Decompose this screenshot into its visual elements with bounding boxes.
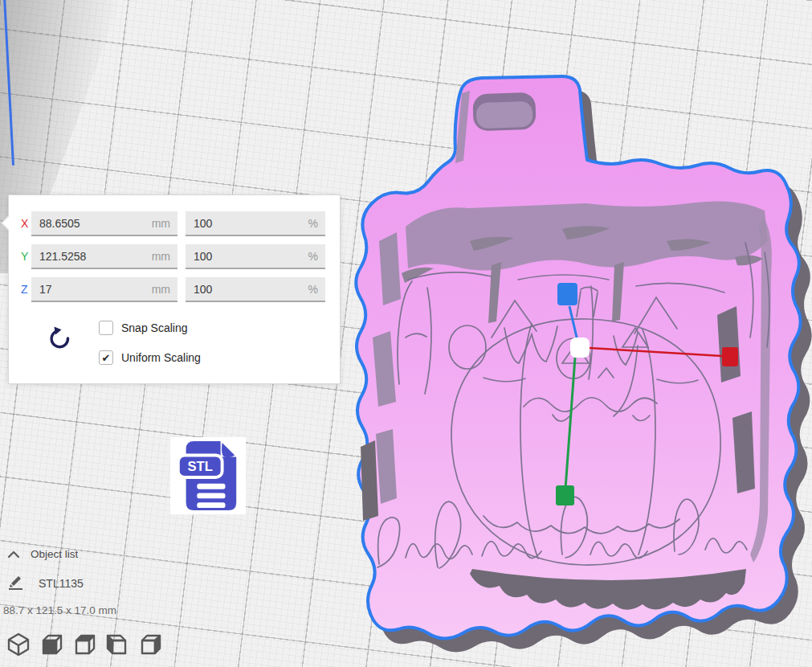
scale-y-handle[interactable] [556,485,574,505]
view-left-icon [105,632,129,657]
view-right-icon [138,632,162,657]
z-percent-input[interactable] [186,283,284,296]
object-type-icon-wrap [6,573,24,591]
z-size-unit: mm [152,283,170,296]
view-3d-icon [6,632,31,657]
x-percent-input[interactable] [186,217,284,230]
uniform-scaling-checkbox[interactable] [99,350,113,365]
view-front-icon [39,632,63,657]
pencil-icon [6,573,24,591]
z-size-input[interactable] [31,283,133,296]
stl-file-icon: STL [176,440,240,512]
chevron-up-icon [6,549,21,560]
reset-scale-button[interactable] [47,324,73,351]
scale-x-handle[interactable] [722,347,738,366]
y-size-field: mm [31,244,177,269]
object-list-header: Object list [31,548,78,560]
scale-z-handle[interactable] [557,283,577,305]
snap-scaling-checkbox[interactable] [99,321,113,335]
svg-text:STL: STL [188,459,213,474]
y-percent-field: % [186,244,325,269]
z-axis-label: Z [21,283,28,296]
view-top-button[interactable] [72,632,96,657]
uniform-scaling-label: Uniform Scaling [121,351,201,364]
y-axis-label: Y [21,250,28,263]
camera-view-toolbar [6,632,162,659]
model-dimensions-label: 88.7 x 121.5 x 17.0 mm [3,604,116,616]
view-top-icon [72,632,96,657]
object-list-collapse-button[interactable] [6,549,21,560]
scale-row-z: Z mm % [9,277,340,302]
x-axis-label: X [21,217,28,230]
x-size-field: mm [31,211,177,236]
scale-center-handle[interactable] [570,338,590,358]
y-percent-unit: % [308,250,318,263]
scale-row-y: Y mm % [9,244,340,269]
scale-row-x: X mm % [9,211,340,236]
x-percent-field: % [186,211,325,236]
x-size-unit: mm [152,217,170,230]
x-percent-unit: % [308,217,318,230]
scale-tool-panel: X mm % Y mm % Z mm % [8,194,341,384]
y-percent-input[interactable] [186,250,284,263]
snap-scaling-label: Snap Scaling [121,321,188,334]
y-size-unit: mm [152,250,170,263]
x-size-input[interactable] [31,217,133,230]
y-size-input[interactable] [31,250,133,263]
view-3d-button[interactable] [6,632,31,657]
view-right-button[interactable] [138,632,162,657]
view-left-button[interactable] [105,632,129,657]
stl-file-thumbnail[interactable]: STL [170,437,246,514]
z-size-field: mm [31,277,177,302]
z-percent-unit: % [308,283,318,296]
slicer-viewport: { "scale_panel": { "rows": [ { "axis": "… [0,0,812,667]
z-percent-field: % [186,277,325,302]
view-front-button[interactable] [39,632,63,657]
object-list-item[interactable]: STL1135 [39,577,84,590]
reset-rotation-icon [47,324,73,351]
